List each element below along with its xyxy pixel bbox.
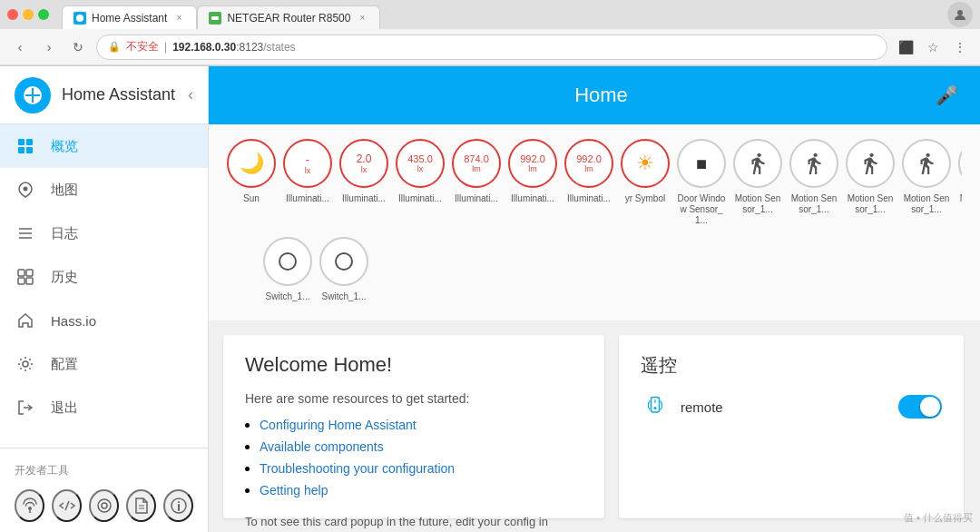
refresh-button[interactable]: ↻ [67,36,89,58]
illum1-unit: lx [305,166,311,175]
profile-icon[interactable] [947,2,973,27]
mic-icon[interactable]: 🎤 [936,84,958,106]
sidebar-item-label-map: 地图 [51,182,78,199]
dev-tool-code[interactable] [52,489,82,522]
remote-toggle[interactable] [898,395,942,419]
state-label-motion2: Motion Sensor_1... [789,193,838,215]
state-illumination-5[interactable]: 992.0 lm Illuminati... [508,139,557,204]
tab-router[interactable]: NETGEAR Router R8500 × [197,5,380,29]
sidebar-item-label-exit: 退出 [51,399,78,417]
state-motion-2[interactable]: Motion Sensor_1... [789,139,838,215]
tab-favicon-router [209,12,221,25]
remote-item: remote [641,392,942,421]
state-label-sun: Sun [243,193,260,204]
svg-rect-7 [26,147,33,153]
state-motion-1[interactable]: Motion Sensor_1... [733,139,782,215]
state-circle-switch1 [263,237,312,286]
state-illumination-1[interactable]: - lx Illuminati... [283,139,332,204]
address-host: 192.168.0.30:8123/states [172,41,295,54]
developer-tools-label: 开发者工具 [0,456,208,486]
cast-button[interactable]: ⬛ [895,36,916,58]
state-label-motion1: Motion Sensor_1... [733,193,782,215]
svg-point-29 [279,253,296,270]
state-illumination-6[interactable]: 992.0 lm Illuminati... [564,139,613,204]
dev-tool-file[interactable] [126,489,156,522]
state-illumination-2[interactable]: 2.0 lx Illuminati... [339,139,388,204]
main-content: Home 🎤 🌙 Sun - lx Il [209,66,980,532]
toggle-knob [920,397,940,417]
list-item: Troubleshooting your configuration [260,460,583,477]
link-configuring[interactable]: Configuring Home Assistant [260,418,416,432]
state-switch-1[interactable]: Switch_1... [263,237,312,302]
tab-close-ha[interactable]: × [172,12,185,25]
svg-line-20 [65,501,69,510]
tab-label-ha: Home Assistant [92,12,167,25]
moon-icon: 🌙 [240,152,264,175]
bookmark-button[interactable]: ☆ [922,36,944,58]
state-illumination-3[interactable]: 435.0 lx Illuminati... [396,139,445,204]
illum2-value: 2.0 [357,153,372,165]
illum3-unit: lx [417,164,424,173]
state-yr-symbol[interactable]: ☀ yr Symbol [621,139,670,204]
close-button[interactable] [7,9,18,20]
back-button[interactable]: ‹ [9,36,31,58]
traffic-lights [7,9,49,20]
dev-tool-broadcast[interactable] [15,489,44,522]
sidebar-item-overview[interactable]: 概览 [0,124,208,168]
sidebar-item-exit[interactable]: 退出 [0,386,208,429]
state-label-illum6: Illuminati... [567,193,611,204]
welcome-subtitle: Here are some resources to get started: [245,391,583,406]
svg-rect-12 [18,270,24,276]
state-motion-3[interactable]: Motion Sensor_1... [846,139,895,215]
minimize-button[interactable] [23,9,34,20]
svg-point-27 [178,501,180,503]
sidebar-collapse-button[interactable]: ‹ [188,85,193,104]
menu-button[interactable]: ⋮ [949,36,971,58]
state-circle-illum4: 874.0 lm [452,139,501,188]
page-title: Home [267,84,936,107]
svg-point-18 [28,507,32,510]
illum6-value: 992.0 [576,153,602,164]
door-icon: ■ [696,153,707,174]
address-bar[interactable]: 🔒 不安全 | 192.168.0.30:8123/states [96,34,887,60]
sidebar-item-label-history: 历史 [51,269,78,286]
welcome-note: To not see this card popup in the future… [245,513,583,532]
gear-icon [15,353,36,375]
sidebar-item-history[interactable]: 历史 [0,255,208,299]
state-circle-illum2: 2.0 lx [339,139,388,188]
developer-tools-icons [0,486,208,526]
svg-point-21 [98,499,111,512]
tab-home-assistant[interactable]: Home Assistant × [62,5,197,29]
tab-close-router[interactable]: × [356,12,368,25]
forward-button[interactable]: › [38,36,60,58]
welcome-title: Welcome Home! [245,353,583,377]
state-label-illum1: Illuminati... [286,193,329,204]
svg-rect-4 [18,139,24,145]
dev-tool-template[interactable] [89,489,119,522]
sidebar-item-log[interactable]: 日志 [0,212,208,255]
state-circle-motion1 [733,139,782,188]
state-motion-5[interactable]: Motion Sensor_1... [958,139,962,215]
sidebar-item-map[interactable]: 地图 [0,168,208,212]
state-sun[interactable]: 🌙 Sun [227,139,276,204]
link-components[interactable]: Available components [260,439,384,454]
browser-toolbar: ‹ › ↻ 🔒 不安全 | 192.168.0.30:8123/states ⬛… [0,29,980,65]
state-label-motion5: Motion Sensor_1... [958,193,962,215]
sidebar-item-hassio[interactable]: Hass.io [0,299,208,342]
state-switch-2[interactable]: Switch_1... [319,237,368,302]
sun-icon: ☀ [636,152,654,175]
illum3-value: 435.0 [407,153,433,164]
state-illumination-4[interactable]: 874.0 lm Illuminati... [452,139,501,204]
link-troubleshooting[interactable]: Troubleshooting your configuration [260,461,455,476]
state-motion-4[interactable]: Motion Sensor_1... [902,139,951,215]
content-panels: Welcome Home! Here are some resources to… [209,320,980,532]
states-row-2: Switch_1... Switch_1... [227,230,962,306]
dev-tool-info[interactable] [163,489,193,522]
sidebar-title: Home Assistant [62,85,177,104]
maximize-button[interactable] [38,9,49,20]
sidebar-item-config[interactable]: 配置 [0,342,208,386]
security-icon: 🔒 [108,41,121,53]
link-getting-help[interactable]: Getting help [260,483,328,498]
state-circle-motion5 [958,139,962,188]
state-door-window[interactable]: ■ Door Window Sensor_1... [677,139,726,226]
